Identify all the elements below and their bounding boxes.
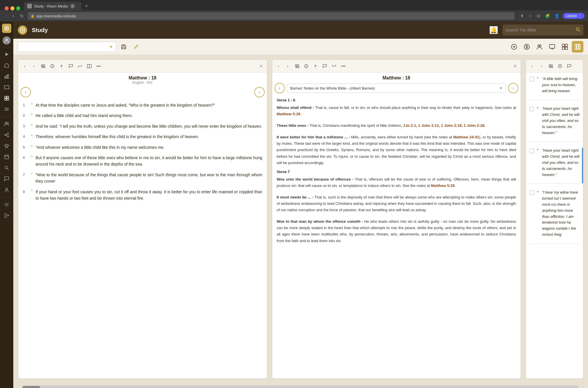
panel3-forward-btn[interactable]: › <box>537 62 546 70</box>
commentary-link-3[interactable]: Matthew 24:41 <box>453 135 479 139</box>
panel2-back-btn[interactable]: ‹ <box>274 62 283 70</box>
panel1-back-btn[interactable]: ‹ <box>21 62 29 70</box>
quote-checkbox-1[interactable] <box>529 77 534 81</box>
bottom-scrollbar[interactable] <box>23 385 579 388</box>
notification-bell[interactable]: 🔔 <box>489 26 498 34</box>
panel3-quote-btn[interactable] <box>547 62 555 70</box>
svg-rect-34 <box>123 45 125 46</box>
commentary-link-4[interactable]: Matthew 5:29 <box>431 183 455 188</box>
commentary-link[interactable]: Matthew 5:29 <box>277 112 301 116</box>
maximize-window-btn[interactable] <box>16 6 20 10</box>
search-submit-btn[interactable] <box>575 27 580 34</box>
panel1-quote-btn[interactable] <box>39 62 47 70</box>
sidebar-item-home[interactable] <box>2 60 12 70</box>
verse-anchor-7 <box>31 172 33 185</box>
panel2-prev-btn[interactable]: ‹ <box>274 83 285 93</box>
bible-selector[interactable]: ▼ <box>18 42 116 52</box>
verse-anchor-3 <box>31 123 33 129</box>
minimize-window-btn[interactable] <box>10 6 14 10</box>
lock-icon: 🔒 <box>31 14 35 18</box>
commentary-selector[interactable]: Barnes' Notes on the Whole Bible - (Albe… <box>287 83 506 93</box>
svg-rect-42 <box>550 44 555 48</box>
sidebar-item-list[interactable] <box>2 93 12 103</box>
panel1-link-btn[interactable] <box>76 62 84 70</box>
panel1-prev-chapter-btn[interactable]: ‹ <box>21 87 31 97</box>
panel2-forward-btn[interactable]: › <box>284 62 292 70</box>
reload-btn[interactable]: ↻ <box>18 12 25 20</box>
sidebar-item-calendar[interactable] <box>2 152 12 162</box>
panel1-expand-btn[interactable] <box>85 62 93 70</box>
add-panel-btn[interactable] <box>508 41 520 53</box>
column-view-btn[interactable] <box>572 41 583 53</box>
reader-btn[interactable]: ⊟ <box>536 13 541 19</box>
close-window-btn[interactable] <box>5 6 9 10</box>
panel1-forward-btn[interactable]: › <box>30 62 38 70</box>
svg-rect-50 <box>577 44 578 49</box>
sidebar-item-share[interactable] <box>2 130 12 140</box>
panel2-comment-btn[interactable] <box>321 62 329 70</box>
panel3-content[interactable]: "A little faith will bring your soul to … <box>526 73 583 378</box>
sidebar-item-chat[interactable] <box>2 174 12 184</box>
sidebar-item-education[interactable] <box>2 141 12 151</box>
panel2-link-btn[interactable] <box>330 62 338 70</box>
search-bible-bar[interactable] <box>502 25 583 36</box>
panel1-cross-btn[interactable] <box>57 62 66 70</box>
verse-text-7: "Woe to the world because of the things … <box>36 172 262 185</box>
svg-rect-45 <box>562 44 565 47</box>
panel1-nav-row: ‹ › <box>18 87 267 100</box>
panel1-comment-btn[interactable] <box>67 62 75 70</box>
sidebar-item-group[interactable] <box>2 119 12 129</box>
panel2-close-btn[interactable]: ✕ <box>511 63 518 70</box>
panel1-more-btn[interactable] <box>94 62 103 70</box>
tab-bar: Study - Risen Media ✕ + <box>0 0 588 10</box>
quote-checkbox-3[interactable] <box>529 148 534 153</box>
panel1-content[interactable]: 1 At that time the disciples came to Jes… <box>18 100 267 378</box>
active-tab[interactable]: Study - Risen Media ✕ <box>24 2 81 10</box>
panel2-more-btn[interactable] <box>339 62 347 70</box>
panel2-next-btn[interactable]: › <box>508 83 518 93</box>
panel1-info-btn[interactable] <box>48 62 56 70</box>
sidebar-item-settings[interactable] <box>2 200 12 209</box>
back-btn[interactable]: ‹ <box>3 12 8 20</box>
panel2-content[interactable]: Verse 1 - 6 Whoso shall offend - That is… <box>272 96 521 378</box>
update-btn[interactable]: Update ⋮ <box>563 13 585 19</box>
share-btn[interactable]: ⬆ <box>519 13 525 19</box>
sync-btn[interactable] <box>521 41 533 53</box>
panel2-info-btn[interactable] <box>302 62 310 70</box>
sidebar-item-menu[interactable] <box>2 104 12 114</box>
sidebar-item-chart[interactable] <box>2 71 12 81</box>
sidebar-item-map[interactable] <box>2 82 12 92</box>
profile-btn[interactable]: 👤 <box>553 13 561 19</box>
sidebar-item-search[interactable] <box>2 163 12 173</box>
panel2-quote-btn[interactable] <box>293 62 301 70</box>
sidebar-item-play[interactable] <box>2 49 12 59</box>
search-bible-input[interactable] <box>505 28 573 32</box>
grid-view-btn[interactable] <box>559 41 571 53</box>
new-tab-btn[interactable]: + <box>83 2 90 10</box>
save-btn[interactable] <box>118 42 129 52</box>
panel1-close-btn[interactable]: ✕ <box>258 63 265 70</box>
panel3-back-btn[interactable]: ‹ <box>528 62 536 70</box>
panel3-info-btn[interactable] <box>556 62 564 70</box>
people-btn[interactable] <box>534 41 545 53</box>
sidebar-item-logout[interactable] <box>2 211 12 220</box>
panel2-cross-btn[interactable] <box>311 62 320 70</box>
svg-point-16 <box>8 133 9 134</box>
commentary-link-2[interactable]: 1Jo 2:1, 1 John 2:12, 1 John 2:18, 1 Joh… <box>403 123 484 128</box>
bookmark-btn[interactable]: ☆ <box>527 13 533 19</box>
extension-btn[interactable]: 🧩 <box>544 13 551 19</box>
edit-pencil-btn[interactable] <box>131 42 142 52</box>
quote-checkbox-4[interactable] <box>529 190 534 195</box>
sidebar-item-person[interactable] <box>2 185 12 195</box>
app-logo[interactable] <box>2 24 11 33</box>
user-avatar[interactable] <box>3 36 11 44</box>
address-bar[interactable]: 🔒 app.risenmedia.io/study <box>28 12 515 20</box>
quote-checkbox-2[interactable] <box>529 107 534 111</box>
tab-close-btn[interactable]: ✕ <box>70 4 75 8</box>
monitor-btn[interactable] <box>546 41 558 53</box>
verse-num-7: 7 <box>23 172 29 185</box>
panel1-next-chapter-btn[interactable]: › <box>254 87 265 97</box>
panel3-comment-btn[interactable] <box>565 62 573 70</box>
commentary-verse-header-2: Verse 7 <box>277 170 516 174</box>
forward-btn[interactable]: › <box>11 12 16 20</box>
